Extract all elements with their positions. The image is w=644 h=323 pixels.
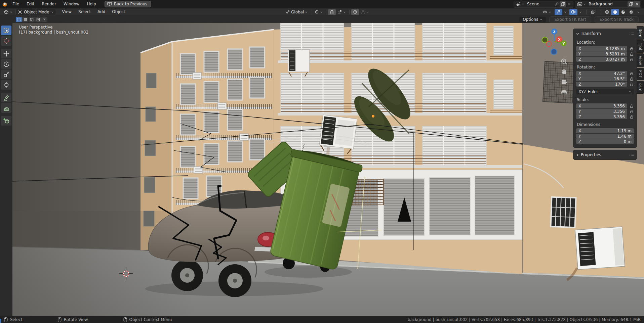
mode-dropdown[interactable]: Object Mode <box>15 9 56 15</box>
show-gizmo-toggle[interactable] <box>555 9 562 15</box>
options-dropdown[interactable]: Options <box>519 17 546 22</box>
new-scene-button[interactable] <box>560 1 566 7</box>
ortho-perspective-icon[interactable] <box>560 88 568 96</box>
select-mode-subtract[interactable] <box>29 17 35 22</box>
solid-icon <box>613 10 617 14</box>
orientation-dropdown[interactable]: Global <box>284 9 309 15</box>
viewport-menu-object[interactable]: Object <box>109 8 128 15</box>
lock-icon[interactable] <box>629 109 634 113</box>
shading-solid-button[interactable] <box>611 9 619 15</box>
field-location-y[interactable]: Y3.5281 m <box>576 51 627 56</box>
select-mode-extend[interactable] <box>22 17 28 22</box>
lock-icon[interactable] <box>629 52 634 56</box>
menu-edit[interactable]: Edit <box>23 0 38 8</box>
proportional-editing-toggle[interactable] <box>351 9 359 15</box>
field-rotation-z[interactable]: Z170° <box>576 82 627 87</box>
back-to-previous-button[interactable]: Back to Previous <box>105 1 151 7</box>
nav-gizmo[interactable]: Z X Y <box>540 28 568 56</box>
field-rotation-y[interactable]: Y-16.5° <box>576 76 627 81</box>
field-location-z[interactable]: Z3.0727 m <box>576 57 627 62</box>
viewport-menu-add[interactable]: Add <box>94 8 109 15</box>
pin-icon[interactable] <box>553 1 560 7</box>
pivot-point-dropdown[interactable] <box>313 9 324 15</box>
unlock-icon <box>630 72 634 76</box>
properties-panel-header[interactable]: Properties <box>576 151 634 158</box>
select-mode-invert[interactable] <box>35 17 41 22</box>
drag-dots-icon[interactable] <box>629 153 634 156</box>
zoom-view-icon[interactable] <box>560 58 568 65</box>
field-rotation-x[interactable]: X47.2° <box>576 71 627 76</box>
snap-settings-dropdown[interactable] <box>336 9 348 15</box>
pan-view-icon[interactable] <box>560 68 568 76</box>
tool-annotate[interactable] <box>1 93 11 102</box>
tool-rotate[interactable] <box>1 59 11 69</box>
tool-measure[interactable] <box>1 103 11 113</box>
tool-cursor[interactable] <box>1 36 11 46</box>
scene-canvas[interactable] <box>12 23 644 316</box>
view-layer-name[interactable]: Background <box>586 2 628 6</box>
field-scale-y[interactable]: Y3.356 <box>576 109 627 114</box>
transform-panel-header[interactable]: Transform <box>576 30 634 37</box>
delete-scene-button[interactable] <box>566 1 572 7</box>
select-mode-intersect[interactable] <box>41 17 47 22</box>
field-scale-x[interactable]: X3.356 <box>576 103 627 108</box>
shading-material-button[interactable] <box>619 9 627 15</box>
sidebar-tab-pdt[interactable]: PDT <box>637 68 644 80</box>
export-stk-track-button[interactable]: Export STK Track <box>595 16 639 22</box>
viewport-menu-select[interactable]: Select <box>75 8 94 15</box>
chevron-down-icon <box>366 11 369 13</box>
camera-view-icon[interactable] <box>560 78 568 86</box>
editor-type-button[interactable] <box>2 9 14 15</box>
shading-wireframe-button[interactable] <box>603 9 611 15</box>
overlays-dropdown[interactable] <box>577 9 583 15</box>
tool-transform[interactable] <box>1 80 11 90</box>
chevron-down-icon <box>576 32 579 35</box>
tool-add-cube[interactable] <box>1 116 11 126</box>
tool-move[interactable] <box>1 49 11 58</box>
lock-icon[interactable] <box>629 82 634 86</box>
tool-select-box[interactable] <box>1 26 11 35</box>
sidebar-tab-tool[interactable]: Tool <box>637 40 644 52</box>
rotation-mode-dropdown[interactable]: XYZ Euler <box>576 89 634 94</box>
lock-icon[interactable] <box>629 104 634 108</box>
field-dimensions-z[interactable]: Z0 m <box>576 139 634 144</box>
menu-file[interactable]: File <box>9 0 23 8</box>
sidebar-tab-view[interactable]: View <box>637 53 644 67</box>
sidebar-tab-osm[interactable]: osm <box>637 81 644 94</box>
shading-dropdown[interactable] <box>635 9 641 15</box>
snap-toggle[interactable] <box>328 9 336 15</box>
shading-rendered-button[interactable] <box>627 9 635 15</box>
field-scale-z[interactable]: Z3.356 <box>576 114 627 119</box>
menu-window[interactable]: Window <box>60 0 83 8</box>
menu-help[interactable]: Help <box>83 0 99 8</box>
lock-icon[interactable] <box>629 47 634 51</box>
gizmo-dropdown[interactable] <box>562 9 568 15</box>
blender-logo-icon[interactable] <box>0 1 9 7</box>
export-stk-kart-button[interactable]: Export STK Kart <box>549 16 591 22</box>
ac-unit-large[interactable] <box>575 227 625 269</box>
field-dimensions-y[interactable]: Y1.46 m <box>576 134 634 139</box>
menu-render[interactable]: Render <box>38 0 60 8</box>
lock-icon[interactable] <box>629 115 634 119</box>
gizmo-icon <box>556 10 561 14</box>
field-dimensions-x[interactable]: X1.19 m <box>576 128 634 133</box>
remove-view-layer-button[interactable] <box>634 1 640 7</box>
scene-name[interactable]: Scene <box>524 2 553 6</box>
lock-icon[interactable] <box>629 57 634 61</box>
visibility-dropdown[interactable] <box>541 9 553 15</box>
view-layer-selector[interactable]: Background <box>575 1 641 8</box>
viewport-menu-view[interactable]: View <box>59 8 75 15</box>
sidebar-tab-item[interactable]: Item <box>637 26 644 40</box>
viewport-3d[interactable]: User Perspective (17) background | bush_… <box>12 23 644 316</box>
drag-dots-icon[interactable] <box>629 32 634 35</box>
lock-icon[interactable] <box>629 72 634 76</box>
scene-selector[interactable]: Scene <box>514 1 573 8</box>
tool-scale[interactable] <box>1 70 11 79</box>
lock-icon[interactable] <box>629 77 634 81</box>
xray-toggle[interactable] <box>589 9 597 15</box>
select-mode-set[interactable] <box>16 17 22 22</box>
show-overlays-toggle[interactable] <box>569 9 577 15</box>
proportional-falloff-dropdown[interactable] <box>359 9 371 15</box>
field-location-x[interactable]: X8.1285 m <box>576 46 627 51</box>
new-view-layer-button[interactable] <box>628 1 634 7</box>
